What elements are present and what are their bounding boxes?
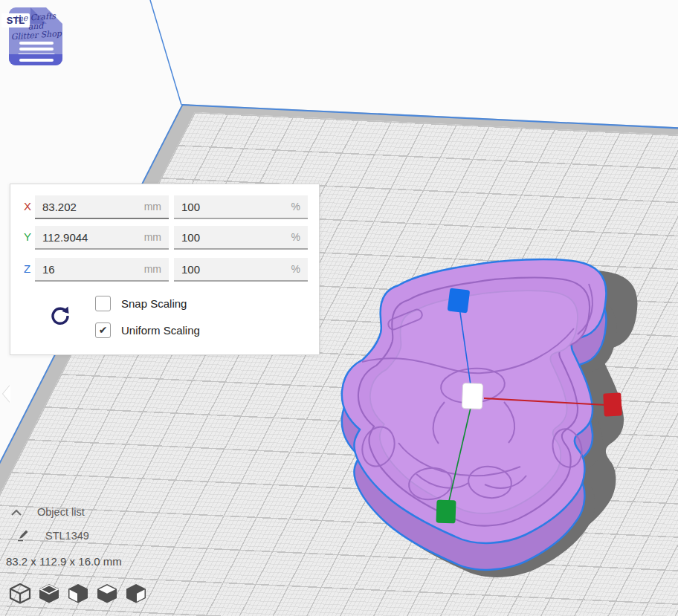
x-size-unit: mm: [144, 201, 161, 213]
object-list-title: Object list: [37, 506, 85, 518]
view-toolbar: [9, 582, 147, 604]
scale-handle-y[interactable]: [436, 500, 456, 524]
scale-handle-center[interactable]: [462, 383, 482, 409]
x-size-input[interactable]: 83.202 mm: [35, 195, 169, 219]
pencil-icon: [16, 529, 29, 542]
reset-icon: [49, 305, 71, 327]
z-size-value: 16: [42, 263, 55, 276]
y-size-unit: mm: [144, 231, 161, 243]
scale-row-z: Z 16 mm 100 %: [10, 258, 319, 280]
snap-scaling-label: Snap Scaling: [121, 297, 187, 310]
z-percent-unit: %: [291, 263, 300, 275]
object-list-item[interactable]: STL1349: [16, 529, 89, 542]
snap-scaling-checkbox[interactable]: [95, 296, 111, 311]
z-size-input[interactable]: 16 mm: [35, 258, 169, 282]
y-size-input[interactable]: 112.9044 mm: [35, 226, 169, 250]
y-percent-unit: %: [291, 231, 300, 243]
viewport-3d[interactable]: STL the Crafts and Glitter Shop X 83.202…: [0, 0, 678, 616]
text-line-bar: [19, 48, 54, 51]
right-view-button[interactable]: [96, 582, 118, 604]
model-dimensions-label: 83.2 x 112.9 x 16.0 mm: [6, 555, 122, 568]
y-size-value: 112.9044: [42, 231, 88, 244]
x-size-value: 83.202: [42, 201, 77, 213]
axis-z-label: Z: [24, 262, 30, 275]
x-percent-unit: %: [291, 201, 300, 213]
scale-row-y: Y 112.9044 mm 100 %: [10, 226, 319, 248]
top-view-icon: [125, 583, 147, 604]
axis-y-label: Y: [24, 230, 31, 243]
z-percent-input[interactable]: 100 %: [174, 258, 308, 282]
solid-view-icon: [38, 583, 60, 604]
scale-row-x: X 83.202 mm 100 %: [10, 195, 319, 218]
reset-scale-button[interactable]: [49, 305, 71, 327]
left-view-icon: [67, 583, 89, 604]
top-view-button[interactable]: [125, 582, 147, 604]
object-list-header[interactable]: Object list: [10, 506, 85, 518]
panel-pointer: [3, 385, 10, 403]
solid-view-button[interactable]: [38, 582, 60, 604]
uniform-scaling-row: ✔ Uniform Scaling: [95, 322, 200, 338]
scale-tool-panel: X 83.202 mm 100 % Y 112.9044 mm 100 % Z: [10, 184, 320, 355]
object-name: STL1349: [45, 530, 89, 542]
shop-watermark: the Crafts and Glitter Shop: [5, 11, 66, 42]
left-view-button[interactable]: [67, 582, 89, 604]
uniform-scaling-label: Uniform Scaling: [121, 324, 200, 337]
scale-handle-x[interactable]: [603, 392, 622, 416]
text-line-bar: [19, 59, 54, 62]
z-size-unit: mm: [144, 263, 161, 275]
text-line-bar: [19, 42, 54, 45]
stl-file-icon: STL the Crafts and Glitter Shop: [4, 3, 67, 68]
perspective-view-button[interactable]: [9, 582, 31, 604]
right-view-icon: [96, 583, 118, 604]
model-gnome-mold[interactable]: [342, 259, 607, 570]
x-percent-value: 100: [181, 201, 200, 213]
y-percent-input[interactable]: 100 %: [174, 226, 308, 250]
y-percent-value: 100: [181, 231, 200, 244]
uniform-scaling-checkbox[interactable]: ✔: [95, 322, 111, 338]
scale-handle-z[interactable]: [448, 288, 471, 313]
x-percent-input[interactable]: 100 %: [174, 195, 308, 219]
perspective-view-icon: [9, 583, 31, 604]
axis-x-label: X: [24, 200, 31, 213]
plate-corner-axis-line: [150, 0, 181, 105]
chevron-up-icon: [10, 509, 22, 516]
snap-scaling-row: Snap Scaling: [95, 296, 187, 311]
z-percent-value: 100: [181, 263, 200, 276]
